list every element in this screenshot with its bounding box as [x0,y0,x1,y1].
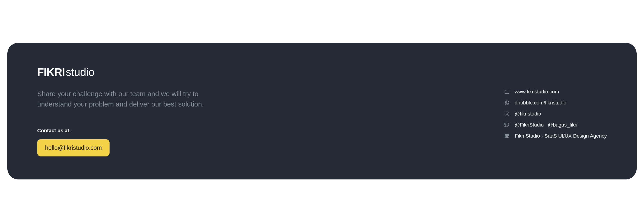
twitter-link[interactable]: @FikriStudio @bagus_fikri [504,122,607,128]
logo-brand: FIKRI [37,66,65,78]
instagram-link[interactable]: @fikristudio [504,111,607,117]
footer-left-column: FIKRI studio Share your challenge with o… [37,66,226,156]
browser-icon [504,89,510,95]
logo: FIKRI studio [37,66,226,78]
twitter-text-1: @FikriStudio [515,122,544,128]
tagline-text: Share your challenge with our team and w… [37,89,226,109]
linkedin-link[interactable]: Fikri Studio - SaaS UI/UX Design Agency [504,133,607,139]
svg-point-8 [506,135,506,135]
twitter-icon [504,122,510,128]
svg-rect-9 [506,135,506,137]
logo-suffix: studio [66,66,94,78]
dribbble-text: dribbble.com/fikristudio [515,100,566,106]
dribbble-icon [504,100,510,106]
svg-point-6 [508,112,508,113]
twitter-handles: @FikriStudio @bagus_fikri [515,122,578,128]
footer-card: FIKRI studio Share your challenge with o… [7,43,637,179]
svg-rect-0 [505,90,509,94]
website-text: www.fikristudio.com [515,89,559,95]
linkedin-text: Fikri Studio - SaaS UI/UX Design Agency [515,133,607,139]
linkedin-icon [504,133,510,139]
dribbble-link[interactable]: dribbble.com/fikristudio [504,100,607,106]
footer-right-column: www.fikristudio.com dribbble.com/fikrist… [504,66,607,139]
twitter-text-2: @bagus_fikri [548,122,578,128]
instagram-icon [504,111,510,117]
instagram-text: @fikristudio [515,111,541,117]
website-link[interactable]: www.fikristudio.com [504,89,607,95]
contact-email-button[interactable]: hello@fikristudio.com [37,139,110,156]
contact-label: Contact us at: [37,128,226,134]
svg-point-5 [506,113,508,115]
